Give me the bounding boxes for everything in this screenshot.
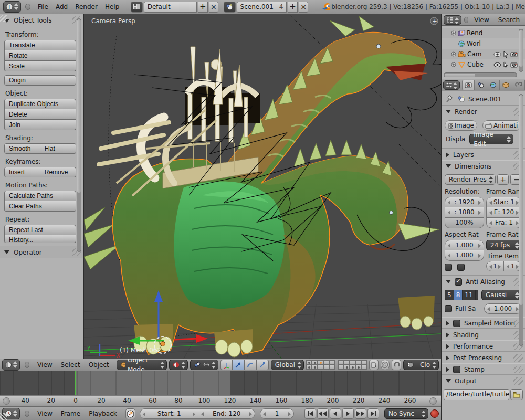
snap-element-dropdown[interactable]: Clo <box>403 360 439 370</box>
operator-panel-header[interactable]: Operator <box>0 246 83 258</box>
pin-icon[interactable] <box>446 95 454 103</box>
vp-menu-select[interactable]: Select <box>58 359 83 371</box>
expand-icon[interactable] <box>451 30 456 36</box>
render-section-header[interactable]: Render <box>442 106 525 117</box>
duplicate-objects-button[interactable]: Duplicate Objects <box>4 99 76 109</box>
panel-drag-grip[interactable] <box>513 377 523 385</box>
mode-dropdown[interactable]: Object Mode <box>117 360 167 370</box>
tl-menu-view[interactable]: View <box>34 407 55 420</box>
menu-render[interactable]: Render <box>72 0 101 14</box>
vp-collapse-icon[interactable] <box>25 362 29 368</box>
lock-to-scene-button[interactable] <box>369 360 379 370</box>
tab-constraints[interactable] <box>512 80 525 90</box>
menu-add[interactable]: Add <box>52 0 71 14</box>
close-scene-button[interactable]: × <box>299 2 309 13</box>
output-section-header[interactable]: Output <box>442 375 525 386</box>
play-button[interactable] <box>342 408 354 419</box>
manipulator-translate-toggle[interactable] <box>233 360 245 370</box>
resolution-x-field[interactable]: : 1920 <box>445 197 484 207</box>
scene-name-field[interactable]: Scene.001 4 <box>237 2 287 13</box>
aa-samples-segmented[interactable]: 5 8 11 16 <box>445 290 478 300</box>
timeline-canvas[interactable] <box>0 371 441 395</box>
properties-scrollbar[interactable] <box>519 94 523 346</box>
scene-users-badge[interactable]: 4 <box>279 2 284 12</box>
region-add-icon[interactable]: + <box>430 17 438 25</box>
stamp-checkbox[interactable] <box>453 366 460 373</box>
timeline-collapse-icon[interactable] <box>25 411 29 417</box>
anti-aliasing-checkbox[interactable] <box>455 278 462 286</box>
resolution-percentage-slider[interactable]: 100% <box>445 218 484 228</box>
layer-group-1[interactable] <box>306 360 335 370</box>
frame-end-header-field[interactable]: End: 120 <box>198 408 255 419</box>
fps-dropdown[interactable]: 24 fps <box>486 240 522 250</box>
editor-type-info-button[interactable]: i <box>3 1 21 13</box>
window-corner-grip[interactable] <box>0 413 7 420</box>
sampled-motion-checkbox[interactable] <box>453 320 460 327</box>
manipulator-axes-toggle[interactable] <box>220 360 233 370</box>
editor-type-outliner-button[interactable] <box>444 15 461 25</box>
visibility-eye-icon[interactable] <box>494 51 501 57</box>
ruler-right-knob[interactable] <box>429 397 437 405</box>
add-preset-button[interactable]: + <box>497 174 509 185</box>
editor-type-properties-button[interactable] <box>443 80 460 90</box>
tab-world[interactable] <box>487 80 500 90</box>
render-animation-button[interactable]: Animati <box>482 120 521 131</box>
tl-menu-frame[interactable]: Frame <box>58 407 83 420</box>
shading-dropdown[interactable] <box>169 360 188 370</box>
frame-step-field[interactable]: Fra: 1 <box>486 218 522 228</box>
panel-drag-grip[interactable] <box>513 366 523 373</box>
full-sample-checkbox[interactable] <box>445 305 452 312</box>
tab-render[interactable] <box>462 80 475 90</box>
clear-paths-button[interactable]: Clear Paths <box>4 201 76 212</box>
history-button[interactable]: History... <box>4 235 76 243</box>
preview-range-button[interactable] <box>125 408 136 419</box>
smooth-button[interactable]: Smooth <box>4 143 40 154</box>
current-frame-indicator[interactable] <box>75 371 76 395</box>
anti-aliasing-section-header[interactable]: Anti-Aliasing <box>442 276 525 287</box>
performance-section-header[interactable]: Performance <box>442 340 525 352</box>
jump-to-start-button[interactable] <box>304 408 316 419</box>
outliner-row-renderlayers[interactable]: Rend <box>442 28 525 38</box>
aa-filter-size-field[interactable]: 1.000 <box>484 303 522 314</box>
header-collapse-icon[interactable] <box>25 4 30 10</box>
context-name[interactable]: Scene.001 <box>468 96 501 103</box>
previous-keyframe-button[interactable] <box>317 408 329 419</box>
add-scene-button[interactable]: + <box>288 2 298 13</box>
current-frame-field[interactable]: 1 <box>260 408 294 419</box>
sampled-motion-section-header[interactable]: Sampled Motion <box>442 317 525 329</box>
frame-start-field[interactable]: Star: 1 <box>486 197 522 207</box>
next-keyframe-button[interactable] <box>355 408 366 419</box>
visibility-eye-icon[interactable] <box>494 62 501 68</box>
aa-samples-16[interactable]: 16 <box>476 290 478 300</box>
aa-samples-8[interactable]: 8 <box>454 290 463 300</box>
aa-samples-5[interactable]: 5 <box>445 290 454 300</box>
outliner-h-scrollbar[interactable] <box>444 72 517 77</box>
expand-icon[interactable] <box>451 51 456 57</box>
tab-scene[interactable] <box>475 80 487 90</box>
orientation-dropdown[interactable]: Global <box>271 360 304 370</box>
origin-button[interactable]: Origin <box>4 75 76 86</box>
calculate-paths-button[interactable]: Calculate Paths <box>4 191 76 201</box>
delete-button[interactable]: Delete <box>4 109 76 120</box>
border-checkbox[interactable] <box>445 264 452 271</box>
frame-end-field[interactable]: E: 120 <box>486 207 522 218</box>
tl-menu-playback[interactable]: Playback <box>86 407 120 420</box>
remove-keyframe-button[interactable]: Remove <box>40 167 76 177</box>
frame-start-header-field[interactable]: Start: 1 <box>140 408 198 419</box>
aspect-x-field[interactable]: 1.000 <box>445 240 484 250</box>
close-layout-button[interactable]: × <box>209 2 219 13</box>
screen-layout-icon-button[interactable] <box>131 2 142 13</box>
vp-menu-view[interactable]: View <box>34 359 55 371</box>
scale-button[interactable]: Scale <box>4 61 76 71</box>
display-dropdown[interactable]: Image Edit <box>469 134 513 144</box>
menu-help[interactable]: Help <box>102 0 122 14</box>
menu-file[interactable]: File <box>35 0 51 14</box>
jump-to-end-button[interactable] <box>368 408 379 419</box>
join-button[interactable]: Join <box>4 120 76 130</box>
renderable-camera-icon[interactable] <box>510 62 518 68</box>
outliner-row-world[interactable]: Worl <box>442 38 525 49</box>
shading-section-header[interactable]: Shading <box>442 329 525 340</box>
render-preset-dropdown[interactable]: Render Pres <box>445 174 496 185</box>
outliner-row-camera[interactable]: Cam <box>442 49 525 59</box>
ruler-left-knob[interactable] <box>3 397 10 405</box>
